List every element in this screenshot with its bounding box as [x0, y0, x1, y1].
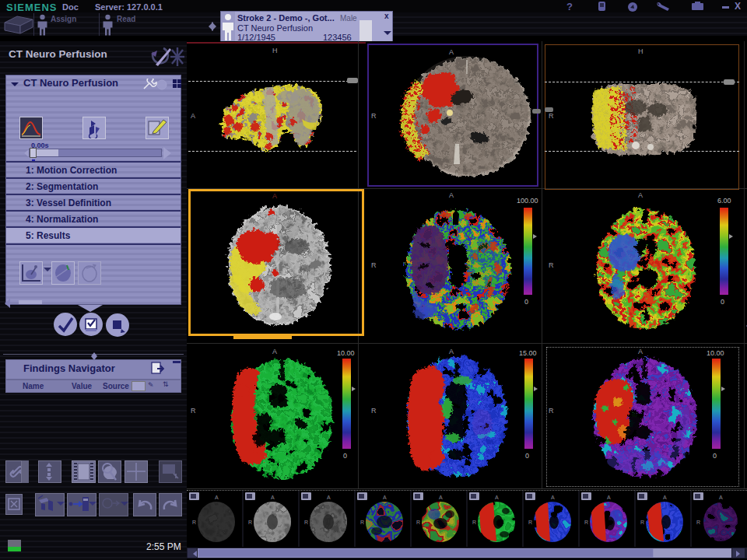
svg-text:A: A: [439, 495, 443, 500]
svg-text:R: R: [360, 520, 364, 525]
svg-text:0: 0: [713, 452, 717, 460]
svg-text:100.00: 100.00: [517, 197, 538, 205]
svg-text:R: R: [304, 520, 308, 525]
svg-text:R: R: [472, 520, 476, 525]
svg-text:15.00: 15.00: [519, 349, 537, 357]
svg-text:A: A: [215, 495, 219, 500]
svg-text:R: R: [640, 520, 644, 525]
svg-text:A: A: [383, 495, 387, 500]
svg-text:R: R: [192, 520, 196, 525]
svg-text:6.00: 6.00: [717, 197, 731, 205]
svg-text:A: A: [663, 495, 667, 500]
svg-text:R: R: [696, 520, 700, 525]
svg-text:A: A: [607, 495, 611, 500]
svg-text:0: 0: [525, 452, 529, 460]
svg-text:A: A: [719, 495, 723, 500]
svg-text:R: R: [584, 520, 588, 525]
svg-text:A: A: [551, 495, 555, 500]
svg-text:0: 0: [343, 452, 347, 460]
svg-text:A: A: [495, 495, 499, 500]
svg-text:R: R: [528, 520, 532, 525]
svg-text:R: R: [416, 520, 420, 525]
svg-text:R: R: [248, 520, 252, 525]
svg-text:A: A: [327, 495, 331, 500]
svg-text:10.00: 10.00: [707, 349, 724, 357]
svg-text:0: 0: [721, 298, 724, 306]
svg-text:A: A: [271, 495, 275, 500]
svg-text:0: 0: [524, 298, 528, 306]
svg-text:10.00: 10.00: [337, 349, 355, 357]
